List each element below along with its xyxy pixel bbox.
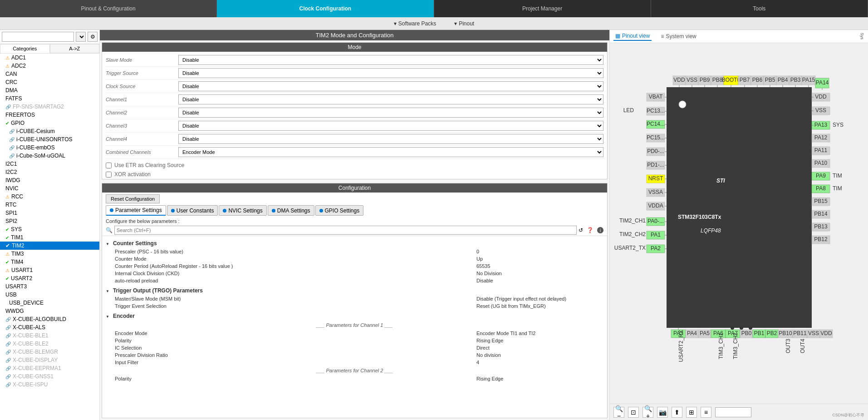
tab-pinout-view[interactable]: ▦ Pinout view (613, 32, 652, 41)
sidebar-item-sys[interactable]: ✔ SYS (0, 225, 99, 233)
sidebar-item-usb-device[interactable]: USB_DEVICE (0, 299, 99, 307)
link-icon: 🔗 (5, 382, 11, 387)
top-navigation: Pinout & Configuration Clock Configurati… (0, 0, 868, 17)
nav-tools[interactable]: Tools (651, 0, 868, 17)
trigger-source-select[interactable]: Disable (178, 68, 603, 78)
sidebar-item-x-cube-eeprma[interactable]: 🔗 X-CUBE-EEPRMA1 (0, 364, 99, 372)
combined-channels-select[interactable]: Encoder Mode (178, 147, 603, 157)
sidebar-item-adc2[interactable]: ⚠ ADC2 (0, 62, 99, 70)
channel4-select[interactable]: Disable (178, 134, 603, 144)
nav-project[interactable]: Project Manager (434, 0, 651, 17)
sidebar-item-dma[interactable]: DMA (0, 86, 99, 94)
help-icon[interactable]: ❓ (587, 227, 593, 233)
expand-icon (106, 287, 109, 294)
nav-pinout[interactable]: Pinout & Configuration (0, 0, 217, 17)
sidebar-item-can[interactable]: CAN (0, 70, 99, 78)
etr-checkbox[interactable] (106, 163, 112, 168)
combined-channels-row: Combined Channels Encoder Mode (106, 146, 603, 159)
param-search-row: 🔍 ↺ ❓ i (102, 225, 607, 236)
sidebar-item-fatfs[interactable]: FATFS (0, 94, 99, 103)
sidebar-item-spi2[interactable]: SPI2 (0, 217, 99, 225)
chip-icon: ▦ (615, 33, 620, 39)
sidebar-item-cube-unisonrtos[interactable]: 🔗 i-CUBE-UNISONRTOS (0, 135, 99, 143)
channel3-select[interactable]: Disable (178, 121, 603, 131)
sidebar-item-usart2[interactable]: ✔ USART2 (0, 274, 99, 282)
right-panel: ▦ Pinout view ≡ System view Sys STI STM3… (609, 30, 868, 420)
sidebar-item-x-cube-display[interactable]: 🔗 X-CUBE-DISPLAY (0, 356, 99, 364)
sidebar-item-crc[interactable]: CRC (0, 78, 99, 86)
sidebar-item-cube-som[interactable]: 🔗 i-Cube-SoM-uGOAL (0, 152, 99, 160)
tab-nvic-settings[interactable]: NVIC Settings (219, 205, 266, 216)
sidebar-item-tim3[interactable]: ⚠ TIM3 (0, 250, 99, 258)
sidebar-item-cube-cesium[interactable]: 🔗 i-CUBE-Cesium (0, 127, 99, 135)
sidebar-item-x-cube-ble2[interactable]: 🔗 X-CUBE-BLE2 (0, 340, 99, 348)
xor-checkbox[interactable] (106, 172, 112, 178)
tab-categories[interactable]: Categories (0, 44, 50, 53)
tab-system-view[interactable]: ≡ System view (659, 32, 698, 40)
list-button[interactable]: ≡ (701, 407, 711, 418)
watermark: CSDN@初心不寻 (832, 412, 864, 418)
zoom-search-input[interactable] (715, 407, 751, 417)
sidebar-item-adc1[interactable]: ⚠ ADC1 (0, 54, 99, 62)
sidebar-item-nvic[interactable]: NVIC (0, 184, 99, 193)
trigger-output-title[interactable]: Trigger Output (TRGO) Parameters (106, 286, 603, 295)
sidebar-item-x-cube-als[interactable]: 🔗 X-CUBE-ALS (0, 323, 99, 331)
sidebar-item-wwdg[interactable]: WWDG (0, 307, 99, 315)
sidebar-item-gpio[interactable]: ✔ GPIO (0, 119, 99, 127)
zoom-in-button[interactable]: 🔍+ (642, 407, 653, 418)
tab-az[interactable]: A->Z (50, 44, 100, 53)
sidebar-item-x-cube-ble1[interactable]: 🔗 X-CUBE-BLE1 (0, 331, 99, 340)
camera-button[interactable]: 📷 (657, 407, 668, 418)
sidebar-item-i2c2[interactable]: I2C2 (0, 168, 99, 176)
tab-dma-settings[interactable]: DMA Settings (268, 205, 314, 216)
list-icon: ≡ (661, 33, 664, 40)
tab-dot (110, 208, 113, 212)
tab-gpio-settings[interactable]: GPIO Settings (315, 205, 364, 216)
sidebar-item-rtc[interactable]: RTC (0, 201, 99, 209)
fit-button[interactable]: ⊡ (628, 407, 639, 418)
sidebar-item-tim4[interactable]: ✔ TIM4 (0, 258, 99, 266)
refresh-icon[interactable]: ↺ (579, 227, 583, 233)
pinout-nav[interactable]: ▾ Pinout (454, 20, 474, 27)
sidebar-tab-bar: Categories A->Z (0, 44, 99, 54)
param-search-input[interactable] (114, 226, 577, 235)
grid-button[interactable]: ⊞ (686, 407, 697, 418)
sidebar-item-tim2[interactable]: ✔ TIM2 (0, 242, 99, 250)
encoder-title[interactable]: Encoder (106, 311, 603, 321)
reset-config-button[interactable]: Reset Configuration (106, 194, 160, 203)
clock-source-select[interactable]: Disable (178, 81, 603, 91)
sidebar-item-usb[interactable]: USB (0, 291, 99, 299)
secondary-navigation: ▾ Software Packs ▾ Pinout (0, 17, 868, 30)
zoom-out-button[interactable]: 🔍− (613, 407, 624, 418)
counter-settings-group: Counter Settings Prescaler (PSC - 16 bit… (102, 238, 607, 285)
gear-button[interactable]: ⚙ (88, 32, 98, 42)
sidebar-item-tim1[interactable]: ✔ TIM1 (0, 233, 99, 242)
software-packs-nav[interactable]: ▾ Software Packs (394, 20, 436, 27)
sidebar-item-fp-sns[interactable]: 🔗 FP-SNS-SMARTAG2 (0, 103, 99, 111)
sidebar-item-x-cube-blemgr[interactable]: 🔗 X-CUBE-BLEMGR (0, 348, 99, 356)
channel2-select[interactable]: Disable (178, 108, 603, 118)
search-input[interactable] (2, 32, 74, 42)
sidebar-item-i2c1[interactable]: I2C1 (0, 160, 99, 168)
channel1-select[interactable]: Disable (178, 94, 603, 104)
nav-clock[interactable]: Clock Configuration (217, 0, 434, 17)
pin-pa10-label: PA10 (814, 160, 827, 166)
export-button[interactable]: ⬆ (672, 407, 682, 418)
tab-user-constants[interactable]: User Constants (167, 205, 218, 216)
sidebar-item-x-cube-gnss[interactable]: 🔗 X-CUBE-GNSS1 (0, 372, 99, 380)
sidebar-item-rcc[interactable]: ⚠ RCC (0, 193, 99, 201)
info-icon[interactable]: i (597, 227, 603, 233)
sidebar-item-usart1[interactable]: ⚠ USART1 (0, 266, 99, 274)
sidebar-item-x-cube-ispu[interactable]: 🔗 X-CUBE-ISPU (0, 380, 99, 389)
sidebar-item-usart3[interactable]: USART3 (0, 282, 99, 291)
sidebar-item-iwdg[interactable]: IWDG (0, 176, 99, 184)
tab-parameter-settings[interactable]: Parameter Settings (106, 205, 166, 216)
sidebar-item-freertos[interactable]: FREERTOS (0, 111, 99, 119)
search-select[interactable] (76, 32, 86, 42)
link-icon: 🔗 (5, 325, 11, 330)
counter-settings-title[interactable]: Counter Settings (106, 239, 603, 248)
sidebar-item-x-cube-algobuild[interactable]: 🔗 X-CUBE-ALGOBUILD (0, 315, 99, 323)
sidebar-item-cube-embos[interactable]: 🔗 i-CUBE-embOS (0, 143, 99, 152)
sidebar-item-spi1[interactable]: SPI1 (0, 209, 99, 217)
slave-mode-select[interactable]: Disable (178, 55, 603, 65)
